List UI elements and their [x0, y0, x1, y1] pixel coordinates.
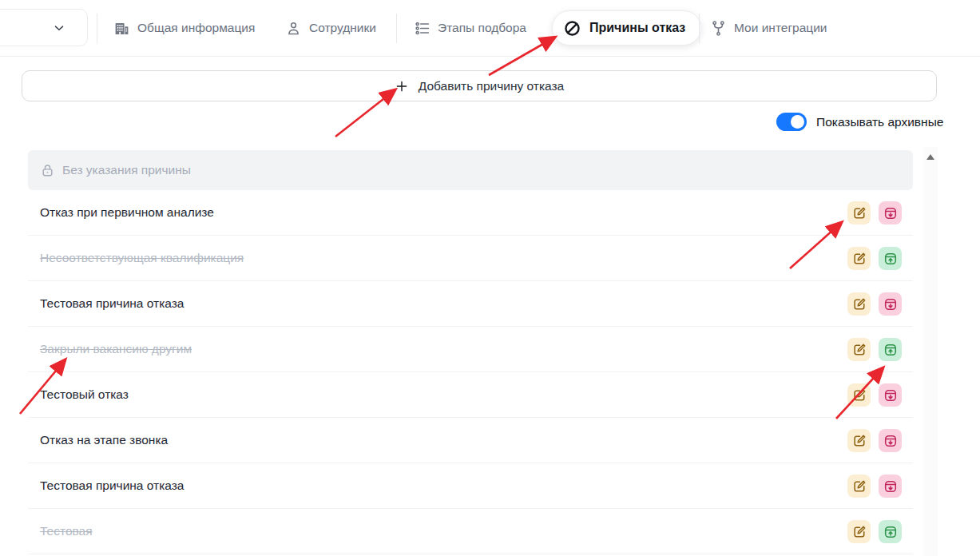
reason-row: Тестовая причина отказа: [28, 463, 913, 509]
reason-row: Тестовый отказ: [28, 372, 913, 418]
reason-row: Отказ при первичном анализе: [28, 190, 913, 236]
plus-icon: [395, 79, 409, 93]
reason-row: Тестовая причина отказа: [28, 281, 913, 327]
reason-row: Несоответствующая квалификация: [28, 236, 913, 281]
tab-employees[interactable]: Сотрудники: [285, 0, 376, 56]
unarchive-reason-button[interactable]: [879, 247, 902, 270]
reason-label: Отказ при первичном анализе: [28, 205, 214, 220]
edit-reason-button[interactable]: [847, 475, 871, 498]
edit-icon: [852, 479, 867, 494]
tab-recruitment-stages[interactable]: Этапы подбора: [414, 0, 526, 56]
toggle-knob: [791, 115, 804, 129]
tab-rejection-reasons[interactable]: Причины отказ: [552, 10, 701, 46]
chevron-down-icon: [52, 21, 66, 35]
unarchive-up-icon: [883, 525, 898, 539]
archive-down-icon: [883, 206, 898, 220]
edit-reason-button[interactable]: [847, 201, 871, 224]
toggle-label: Показывать архивные: [816, 115, 943, 129]
unarchive-reason-button[interactable]: [879, 338, 902, 361]
archive-reason-button[interactable]: [879, 383, 902, 407]
page: Общая информация Сотрудники Этапы подбор…: [0, 0, 980, 556]
reason-label: Тестовый отказ: [28, 387, 129, 402]
archive-down-icon: [883, 434, 898, 448]
edit-icon: [852, 252, 867, 266]
reason-label: Тестовая: [28, 524, 93, 538]
divider: [396, 14, 397, 43]
archive-reason-button[interactable]: [879, 201, 902, 224]
reason-row: Отказ на этапе звонка: [28, 418, 913, 463]
archive-down-icon: [883, 388, 898, 403]
edit-reason-button[interactable]: [847, 383, 871, 407]
archive-down-icon: [883, 479, 898, 494]
tab-label: Общая информация: [137, 21, 255, 35]
tab-label: Этапы подбора: [438, 21, 526, 35]
archive-down-icon: [883, 297, 898, 312]
tab-label: Причины отказ: [589, 21, 685, 35]
edit-icon: [852, 206, 867, 220]
unarchive-up-icon: [883, 343, 898, 357]
edit-icon: [852, 434, 867, 448]
show-archived-toggle[interactable]: [776, 113, 807, 131]
edit-reason-button[interactable]: [847, 338, 871, 361]
tab-label: Сотрудники: [309, 21, 376, 35]
unarchive-reason-button[interactable]: [879, 520, 902, 543]
divider: [699, 14, 700, 43]
edit-reason-button[interactable]: [847, 247, 871, 270]
edit-reason-button[interactable]: [847, 429, 871, 452]
tab-general-info[interactable]: Общая информация: [113, 0, 255, 56]
person-icon: [285, 20, 302, 37]
tab-my-integrations[interactable]: Мои интеграции: [710, 0, 827, 56]
reason-list: Без указания причины Отказ при первичном…: [28, 150, 913, 554]
reason-label: Тестовая причина отказа: [28, 296, 184, 311]
lock-icon: [40, 163, 55, 178]
locked-row-label: Без указания причины: [62, 163, 191, 177]
archive-reason-button[interactable]: [879, 429, 902, 452]
reason-label: Тестовая причина отказа: [28, 479, 184, 493]
entity-dropdown[interactable]: [0, 9, 88, 46]
edit-reason-button[interactable]: [847, 520, 871, 543]
edit-icon: [852, 343, 867, 357]
reason-label: Закрыли вакансию другим: [28, 342, 192, 356]
reason-label: Отказ на этапе звонка: [28, 433, 168, 447]
archive-reason-button[interactable]: [879, 292, 902, 316]
edit-icon: [852, 297, 867, 312]
add-rejection-reason-button[interactable]: Добавить причину отказа: [22, 70, 937, 101]
reason-label: Несоответствующая квалификация: [28, 251, 244, 265]
add-button-label: Добавить причину отказа: [419, 79, 565, 93]
edit-icon: [852, 388, 867, 403]
show-archived-control: Показывать архивные: [776, 113, 943, 131]
tab-bar: Общая информация Сотрудники Этапы подбор…: [0, 0, 980, 57]
list-icon: [414, 20, 430, 37]
edit-icon: [852, 525, 867, 539]
reason-row: Закрыли вакансию другим: [28, 327, 913, 372]
unarchive-up-icon: [883, 252, 898, 266]
building-icon: [113, 20, 130, 37]
divider: [97, 14, 97, 43]
reason-row: Тестовая: [28, 509, 913, 554]
tab-label: Мои интеграции: [734, 21, 827, 35]
archive-reason-button[interactable]: [879, 475, 902, 498]
branch-icon: [710, 20, 727, 37]
scrollbar-track[interactable]: [924, 147, 938, 556]
edit-reason-button[interactable]: [847, 292, 871, 316]
scrollbar-up-arrow-icon[interactable]: [926, 154, 934, 160]
block-icon: [563, 19, 581, 38]
locked-reason-row: Без указания причины: [28, 150, 913, 190]
